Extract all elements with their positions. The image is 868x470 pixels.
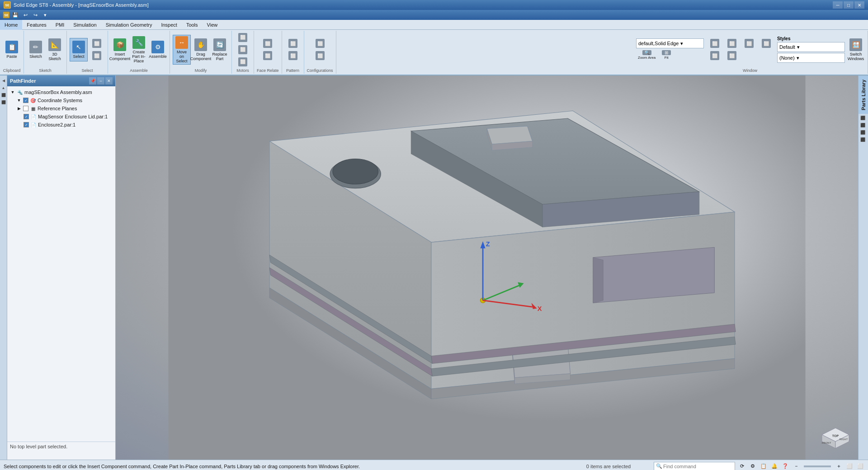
mini-tool-2[interactable]: ▲ [0,85,7,91]
pathfinder-collapse-btn[interactable]: – [97,77,104,85]
move-on-select-button[interactable]: ↔ Move on Select [173,35,191,65]
menu-view[interactable]: View [203,20,222,30]
svg-text:X: X [538,305,542,312]
sketch-3d-button[interactable]: 📐 3D Sketch [46,37,64,62]
orient-btn1[interactable]: ⬜ [707,38,723,49]
view-cube[interactable]: TOP FRONT RIGHT [817,414,854,451]
replace-part-button[interactable]: 🔄 Replace Part [211,37,229,62]
paste-button[interactable]: 📋 Paste [3,38,21,61]
motors-btn1[interactable]: ⬜ [235,32,251,43]
tree-reference-planes[interactable]: ▶ ▦ Reference Planes [9,104,113,113]
tree-coordinate-systems[interactable]: ▼ ✓ 🎯 Coordinate Systems [9,96,113,104]
find-command-input[interactable] [663,464,717,469]
right-panel-icon4[interactable]: ⬛ [859,136,866,143]
coord-sys-expand[interactable]: ▼ [16,98,22,103]
svg-text:Z: Z [486,240,490,248]
coord-sys-checkbox[interactable]: ✓ [23,98,28,103]
svg-text:TOP: TOP [832,434,839,437]
zoom-area-icon: 🔍 [642,50,651,55]
fit-icon: ⊞ [662,50,671,55]
insert-component-button[interactable]: 📦 Insert Component [111,37,129,62]
menu-inspect[interactable]: Inspect [156,20,181,30]
menu-features[interactable]: Features [22,20,51,30]
orient-btn5[interactable]: ⬜ [707,50,723,61]
menu-home[interactable]: Home [0,20,22,30]
switch-windows-button[interactable]: 🪟 Switch Windows [847,37,865,62]
pathfinder-pin-btn[interactable]: 📌 [89,77,96,85]
status-icon-view1[interactable]: ⬜ [845,462,854,470]
status-icon-help[interactable]: ❓ [781,462,789,470]
menu-pmi[interactable]: PMI [51,20,69,30]
face-relate-btn2[interactable]: ⬜ [259,50,276,61]
status-right: 🔍 ⟳ ⚙ 📋 🔔 ❓ － ＋ ⬜ ⬜ [654,462,864,470]
view-style-dropdown[interactable]: default,Solid Edge ▾ [636,38,704,48]
close-button[interactable]: ✕ [854,1,864,9]
status-icon-notification[interactable]: 🔔 [770,462,778,470]
status-icon-zoom-out[interactable]: － [792,462,800,470]
config-btn2[interactable]: ⬜ [312,50,328,61]
parts-library-tab[interactable]: Parts Library [859,75,868,114]
orient-btn6[interactable]: ⬜ [724,50,740,61]
motors-btn2[interactable]: ⬜ [235,44,251,55]
face-relate-btn1[interactable]: ⬜ [259,38,276,49]
app-logo-icon: SE [3,11,10,19]
menu-simulation[interactable]: Simulation [69,20,101,30]
status-icon-view2[interactable]: ⬜ [856,462,864,470]
right-panel-icon3[interactable]: ⬛ [859,129,866,136]
drag-component-button[interactable]: ✋ Drag Component [192,37,210,62]
right-panel-icon1[interactable]: ⬛ [859,115,866,121]
viewport[interactable]: Z X TOP FRONT RIGHT [116,75,858,460]
menu-simulation-geometry[interactable]: Simulation Geometry [101,20,157,30]
drag-component-icon: ✋ [194,38,207,51]
minimize-button[interactable]: ─ [833,1,843,9]
undo-quick-btn[interactable]: ↩ [21,11,30,19]
fit-button[interactable]: ⊞ Fit [658,49,675,61]
pattern-btn2[interactable]: ⬜ [285,50,301,61]
left-mini-toolbar: ◀ ▲ ⬛ ⬛ [0,75,7,460]
orient-btn4[interactable]: ⬜ [758,38,774,49]
configurations-label: Configurations [307,68,333,73]
motors-btn3[interactable]: ⬜ [235,56,251,67]
select-sub-btn1[interactable]: ⬜ [89,38,105,49]
tree-root-item[interactable]: ▼ 🔩 magSEnsorBox Assembly.asm [9,88,113,96]
tree-part-2[interactable]: ✓ 📄 Enclosure2.par:1 [9,121,113,129]
status-icon-settings[interactable]: ⚙ [749,462,757,470]
assembly-icon: 🔩 [17,89,23,95]
tree-part-1[interactable]: ✓ 📄 MagSensor Enclosure Lid.par:1 [9,113,113,121]
redo-quick-btn[interactable]: ↪ [31,11,40,19]
zoom-area-button[interactable]: 🔍 Zoom Area [636,49,657,61]
maximize-button[interactable]: □ [844,1,854,9]
tree-root-expand[interactable]: ▼ [10,89,15,95]
ref-planes-checkbox[interactable] [23,106,28,111]
status-icon-clipboard[interactable]: 📋 [760,462,768,470]
customize-quick-btn[interactable]: ▾ [41,11,50,19]
status-icon-zoom-in[interactable]: ＋ [835,462,843,470]
part2-checkbox[interactable]: ✓ [24,122,29,127]
ribbon-group-modify: ↔ Move on Select ✋ Drag Component 🔄 Repl… [170,31,232,74]
create-part-button[interactable]: 🔧 Create Part In-Place [130,35,148,65]
mini-tool-4[interactable]: ⬛ [0,99,7,105]
menu-tools[interactable]: Tools [182,20,203,30]
find-command-area[interactable]: 🔍 [654,462,735,470]
mini-tool-3[interactable]: ⬛ [0,92,7,98]
right-panel-icon2[interactable]: ⬛ [859,122,866,128]
none-dropdown[interactable]: (None) ▾ [777,53,845,63]
assemble-button[interactable]: ⚙ Assemble [149,38,167,61]
pattern-btn1[interactable]: ⬜ [285,38,301,49]
select-sub-btn2[interactable]: ⬜ [89,50,105,61]
styles-dropdown[interactable]: Default ▾ [777,42,845,52]
dropdown-chevron-icon: ▾ [680,41,683,47]
pathfinder-close-btn[interactable]: ✕ [105,77,113,85]
status-icon-zoom-slider[interactable] [804,465,831,467]
ribbon-group-pattern: ⬜ ⬜ Pattern [282,31,304,74]
orient-btn3[interactable]: ⬜ [741,38,757,49]
status-icon-refresh[interactable]: ⟳ [738,462,746,470]
part1-checkbox[interactable]: ✓ [24,114,29,119]
orient-btn2[interactable]: ⬜ [724,38,740,49]
select-button[interactable]: ↖ Select [70,38,88,61]
ref-planes-expand[interactable]: ▶ [16,106,22,111]
config-btn1[interactable]: ⬜ [312,38,328,49]
sketch-button[interactable]: ✏ Sketch [27,38,45,61]
mini-tool-1[interactable]: ◀ [0,77,7,84]
save-quick-btn[interactable]: 💾 [11,11,20,19]
